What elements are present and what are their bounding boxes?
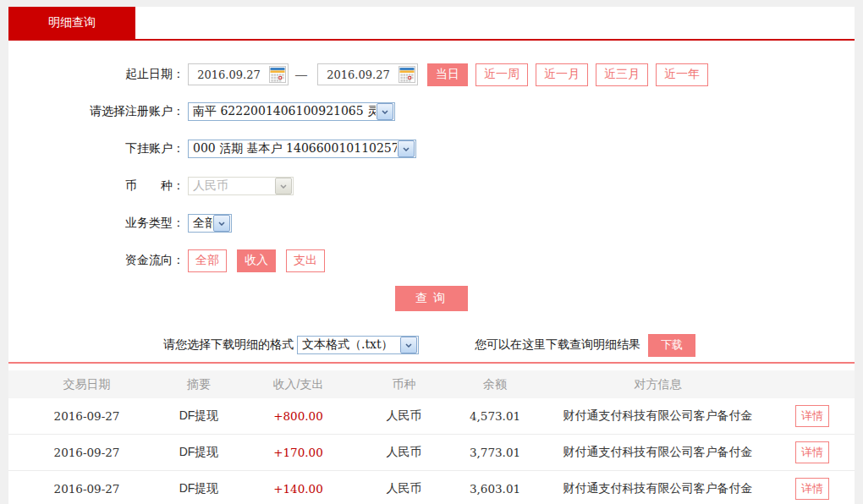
date-range-label: 起止日期： [8, 67, 184, 82]
content-panel: 明细查询 起止日期： 2016.09.27 [8, 7, 855, 504]
fund-flow-group: 全部收入支出 [188, 249, 335, 272]
download-format-value: 文本格式（.txt） [302, 337, 399, 353]
cell-counterparty: 财付通支付科技有限公司客户备付金 [546, 445, 770, 460]
fund-flow-label: 资金流向： [8, 253, 184, 268]
sub-account-row: 下挂账户： 000 活期 基本户 1406600101102571848 [8, 137, 855, 161]
table-header-row: 交易日期摘要收入/支出币种余额对方信息 [8, 370, 855, 398]
download-format-label: 请您选择下载明细的格式 [163, 337, 294, 353]
download-hint: 您可以在这里下载查询明细结果 [475, 337, 640, 353]
quick-range-button[interactable]: 近一周 [475, 63, 528, 86]
cell-currency: 人民币 [364, 445, 444, 460]
query-button[interactable]: 查询 [395, 286, 468, 311]
table-header-cell: 收入/支出 [233, 377, 364, 392]
currency-label: 币 种： [8, 178, 184, 194]
detail-button[interactable]: 详情 [795, 478, 829, 500]
business-type-row: 业务类型： 全部 [8, 211, 855, 235]
query-form: 起止日期： 2016.09.27 [8, 41, 855, 311]
download-button[interactable]: 下载 [648, 334, 695, 357]
business-type-value: 全部 [193, 216, 212, 231]
end-date-value: 2016.09.27 [318, 68, 399, 81]
cell-summary: DF提现 [165, 481, 233, 496]
cell-transaction-date: 2016-09-27 [8, 409, 165, 423]
cell-currency: 人民币 [364, 408, 444, 424]
quick-range-button[interactable]: 近一月 [536, 63, 588, 86]
detail-button[interactable]: 详情 [795, 441, 829, 463]
cell-currency: 人民币 [364, 481, 444, 496]
cell-transaction-date: 2016-09-27 [8, 482, 165, 496]
cell-amount: +140.00 [233, 482, 364, 496]
table-body: 2016-09-27 DF提现 +800.00 人民币 4,573.01 财付通… [8, 398, 855, 504]
table-header-cell: 对方信息 [546, 377, 770, 392]
detail-button[interactable]: 详情 [795, 405, 829, 427]
register-account-value: 南平 6222001406100921065 灵通卡 [193, 104, 376, 119]
currency-row: 币 种： 人民币 [8, 174, 855, 198]
sub-account-label: 下挂账户： [8, 141, 184, 156]
start-date-value: 2016.09.27 [189, 68, 269, 81]
end-date-input[interactable]: 2016.09.27 [317, 63, 418, 85]
fund-flow-button[interactable]: 全部 [188, 249, 227, 272]
results-table: 交易日期摘要收入/支出币种余额对方信息 2016-09-27 DF提现 +800… [8, 362, 855, 504]
cell-counterparty: 财付通支付科技有限公司客户备付金 [546, 481, 770, 496]
cell-counterparty: 财付通支付科技有限公司客户备付金 [546, 408, 770, 424]
chevron-down-icon [398, 140, 415, 157]
cell-transaction-date: 2016-09-27 [8, 446, 165, 459]
currency-select: 人民币 [188, 177, 294, 195]
register-account-label: 请选择注册账户： [8, 104, 184, 119]
chevron-down-icon [275, 178, 292, 194]
table-row: 2016-09-27 DF提现 +170.00 人民币 3,773.01 财付通… [8, 435, 855, 471]
tab-bar: 明细查询 [8, 7, 855, 41]
table-header-cell: 摘要 [165, 377, 233, 392]
quick-range-button[interactable]: 近一年 [656, 63, 708, 86]
fund-flow-button[interactable]: 收入 [237, 249, 276, 272]
table-row: 2016-09-27 DF提现 +140.00 人民币 3,603.01 财付通… [8, 471, 855, 504]
download-format-select[interactable]: 文本格式（.txt） [297, 336, 419, 354]
fund-flow-row: 资金流向： 全部收入支出 [8, 249, 855, 272]
chevron-down-icon [213, 215, 230, 232]
quick-range-button[interactable]: 近三月 [596, 63, 648, 86]
business-type-select[interactable]: 全部 [188, 214, 232, 233]
cell-balance: 3,773.01 [444, 446, 546, 459]
fund-flow-button[interactable]: 支出 [286, 249, 325, 272]
download-row: 请您选择下载明细的格式 文本格式（.txt） 您可以在这里下载查询明细结果 下载 [8, 333, 855, 357]
cell-summary: DF提现 [165, 445, 233, 460]
chevron-down-icon [400, 337, 417, 353]
tab-detail-query[interactable]: 明细查询 [8, 7, 135, 39]
quick-range-group: 当日近一周近一月近三月近一年 [418, 63, 708, 86]
register-account-select[interactable]: 南平 6222001406100921065 灵通卡 [188, 102, 395, 121]
start-date-input[interactable]: 2016.09.27 [188, 63, 289, 85]
calendar-icon[interactable] [269, 66, 286, 83]
sub-account-value: 000 活期 基本户 1406600101102571848 [193, 141, 397, 156]
cell-balance: 4,573.01 [444, 409, 546, 423]
date-range-row: 起止日期： 2016.09.27 [8, 63, 855, 86]
business-type-label: 业务类型： [8, 216, 184, 231]
cell-amount: +800.00 [233, 409, 364, 423]
register-account-row: 请选择注册账户： 南平 6222001406100921065 灵通卡 [8, 100, 855, 123]
table-header-cell: 交易日期 [8, 377, 165, 392]
currency-value: 人民币 [193, 178, 274, 194]
quick-range-button[interactable]: 当日 [427, 63, 468, 86]
table-header-cell: 币种 [364, 377, 444, 392]
date-separator: — [295, 68, 307, 81]
calendar-icon[interactable] [399, 66, 415, 83]
sub-account-select[interactable]: 000 活期 基本户 1406600101102571848 [188, 140, 416, 158]
chevron-down-icon [377, 103, 393, 120]
cell-amount: +170.00 [233, 446, 364, 459]
table-row: 2016-09-27 DF提现 +800.00 人民币 4,573.01 财付通… [8, 398, 855, 435]
cell-summary: DF提现 [165, 408, 233, 424]
table-header-cell: 余额 [444, 377, 546, 392]
cell-balance: 3,603.01 [444, 482, 546, 496]
